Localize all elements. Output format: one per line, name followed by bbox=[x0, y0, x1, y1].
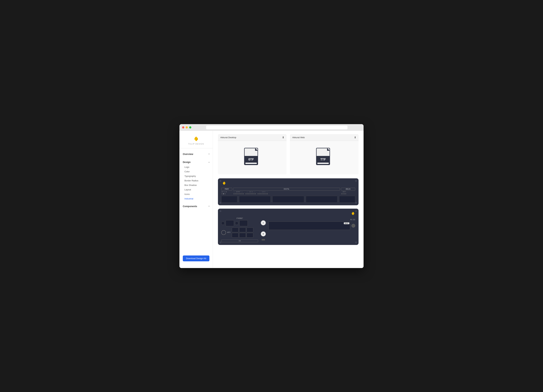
dot bbox=[341, 193, 342, 194]
button-b[interactable]: B bbox=[261, 231, 266, 236]
nav-overview-header[interactable]: Overview ▾ bbox=[179, 151, 213, 157]
analog-dots bbox=[341, 193, 355, 195]
font-card-ttf-header: Akkurat Web ⬇ bbox=[290, 134, 359, 141]
dot bbox=[255, 193, 256, 194]
connector-block-1 bbox=[221, 196, 237, 203]
otf-file-icon: OTF bbox=[243, 147, 261, 168]
sidebar-item-border-radius[interactable]: Border Radius bbox=[179, 178, 213, 183]
dot bbox=[343, 193, 344, 194]
dot bbox=[233, 193, 234, 194]
browser-titlebar bbox=[179, 124, 364, 131]
sidebar-item-box-shadow[interactable]: Box Shadow bbox=[179, 183, 213, 187]
dot bbox=[247, 193, 248, 194]
nav-components-header[interactable]: Components ▾ bbox=[179, 204, 213, 209]
wifi-circle bbox=[221, 230, 226, 235]
url-bar[interactable] bbox=[206, 126, 347, 129]
nav-overview-label: Overview bbox=[183, 153, 193, 155]
dot bbox=[251, 193, 252, 194]
sidebar-item-industrial[interactable]: Industrial bbox=[179, 196, 213, 201]
dot bbox=[345, 193, 346, 194]
wifi-port-row-1 bbox=[232, 228, 253, 232]
dot bbox=[249, 193, 250, 194]
wifi-port-3 bbox=[247, 228, 253, 232]
panel2-middle: A B bbox=[261, 218, 266, 241]
nav-design-section: Design ▴ Logo Color Typography Border Ra… bbox=[179, 158, 213, 202]
download-icon-ttf[interactable]: ⬇ bbox=[354, 136, 356, 139]
digital-dots bbox=[233, 193, 340, 195]
nav-overview-section: Overview ▾ bbox=[179, 150, 213, 158]
font-card-otf-label: Akkurat Desktop bbox=[220, 136, 236, 139]
dot bbox=[222, 193, 222, 194]
ethernet-port-2 bbox=[239, 220, 248, 226]
corner-screw-2-bl bbox=[220, 242, 221, 243]
corner-screw-tr bbox=[355, 180, 357, 182]
sidebar-item-icons[interactable]: Icons bbox=[179, 192, 213, 196]
panel2-left: ETHERNET WIFI bbox=[221, 218, 258, 242]
browser-window: TULIP DESIGN Overview ▾ Design ▴ Logo Co… bbox=[179, 124, 364, 268]
dot bbox=[252, 193, 253, 194]
dot bbox=[243, 193, 244, 194]
dot bbox=[260, 193, 261, 194]
chevron-down-icon-2: ▾ bbox=[209, 205, 209, 207]
connector-block-3 bbox=[272, 196, 304, 203]
device-panel-1: POWER DIGITAL ANALOG 24V⎓2.5A ——— OUTPUT… bbox=[218, 178, 359, 205]
font-card-otf-header: Akkurat Desktop ⬇ bbox=[218, 134, 287, 141]
font-card-otf-body: OTF bbox=[218, 141, 287, 174]
digital-label: DIGITAL bbox=[233, 188, 340, 190]
sidebar: TULIP DESIGN Overview ▾ Design ▴ Logo Co… bbox=[179, 131, 213, 268]
dot bbox=[246, 193, 246, 194]
download-design-kit-button[interactable]: Download Design Kit bbox=[183, 256, 209, 261]
font-card-ttf: Akkurat Web ⬇ TTF bbox=[290, 134, 359, 174]
wifi-ports bbox=[232, 228, 253, 238]
chevron-down-icon: ▾ bbox=[209, 153, 209, 155]
dot bbox=[238, 193, 238, 194]
nav-design-header[interactable]: Design ▴ bbox=[179, 159, 213, 165]
ethernet-port-1 bbox=[226, 220, 234, 226]
corner-screw-2-br bbox=[355, 242, 357, 243]
sidebar-item-typography[interactable]: Typography bbox=[179, 174, 213, 178]
minimize-button[interactable] bbox=[186, 126, 188, 129]
ioa-label: ——— I/O A ——— bbox=[246, 191, 256, 193]
ethernet-label: ETHERNET bbox=[221, 218, 258, 219]
close-button[interactable] bbox=[182, 126, 184, 129]
reset-badge: RESET bbox=[344, 222, 349, 224]
panel2-inner: ETHERNET WIFI bbox=[221, 218, 355, 242]
dot bbox=[240, 193, 241, 194]
svg-rect-9 bbox=[245, 163, 257, 164]
download-icon-otf[interactable]: ⬇ bbox=[282, 136, 284, 139]
main-content: Akkurat Desktop ⬇ OTF bbox=[213, 131, 364, 268]
logo-text: TULIP DESIGN bbox=[188, 143, 204, 145]
font-card-ttf-body: TTF bbox=[290, 141, 359, 174]
logo-area: TULIP DESIGN bbox=[179, 134, 213, 148]
wifi-port-6 bbox=[247, 233, 253, 238]
maximize-button[interactable] bbox=[189, 126, 191, 129]
power-dots bbox=[221, 193, 232, 195]
corner-screw-br bbox=[355, 202, 357, 204]
corner-screw-2-tl bbox=[220, 210, 221, 212]
rs232-label: RS-232 bbox=[268, 219, 355, 220]
font-cards-row: Akkurat Desktop ⬇ OTF bbox=[218, 134, 359, 174]
sidebar-item-layout[interactable]: Layout bbox=[179, 187, 213, 192]
power-label: POWER bbox=[221, 188, 232, 190]
sidebar-item-logo[interactable]: Logo bbox=[179, 165, 213, 169]
dot bbox=[264, 193, 265, 194]
panel2-tulip-logo bbox=[351, 211, 355, 216]
dot bbox=[223, 193, 224, 194]
usb-label: USB bbox=[221, 240, 258, 242]
round-button[interactable] bbox=[351, 224, 355, 228]
device-panel-2: ETHERNET WIFI bbox=[218, 209, 359, 245]
dot bbox=[259, 193, 260, 194]
font-card-ttf-label: Akkurat Web bbox=[292, 136, 305, 139]
rs232-port: RESET bbox=[268, 222, 350, 230]
connector-block-2 bbox=[239, 196, 271, 203]
connector-labels-row: POWER DIGITAL ANALOG bbox=[221, 188, 355, 190]
output-label: ——— OUTPUT ——— bbox=[233, 191, 243, 193]
input-label: — INPUT — bbox=[341, 191, 355, 193]
dot bbox=[242, 193, 242, 194]
wifi-port-1 bbox=[232, 228, 238, 232]
dot bbox=[266, 193, 266, 194]
dot bbox=[225, 193, 226, 194]
button-a[interactable]: A bbox=[261, 220, 266, 225]
analog-label: ANALOG bbox=[341, 188, 355, 190]
sidebar-item-color[interactable]: Color bbox=[179, 169, 213, 174]
